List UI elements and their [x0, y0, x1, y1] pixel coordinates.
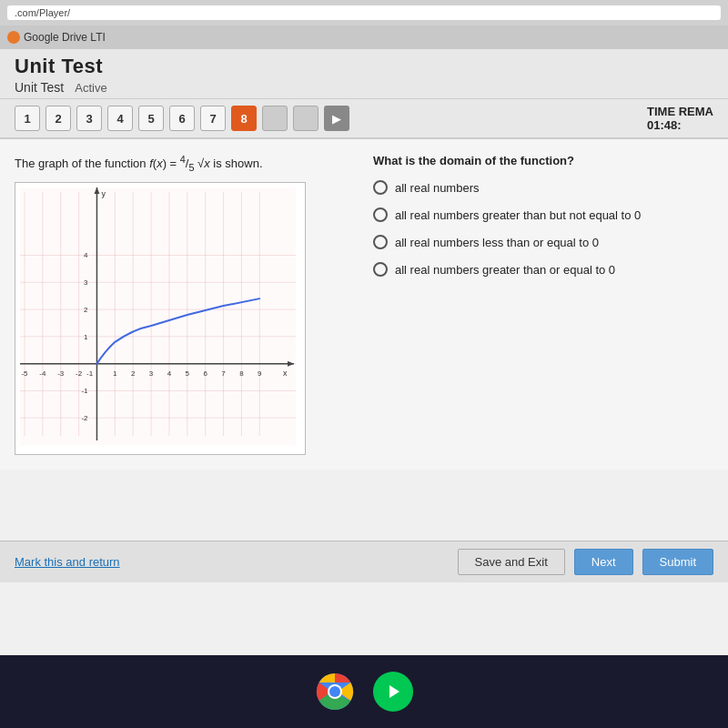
svg-text:7: 7: [221, 369, 226, 378]
time-remaining: TIME REMA 01:48:: [647, 105, 713, 132]
right-side: What is the domain of the function? all …: [373, 154, 713, 455]
function-graph: -5 -5 -4 -5 -4 -3 -2 -1: [15, 183, 305, 454]
svg-text:1: 1: [113, 369, 117, 378]
nav-pill-2[interactable]: 2: [46, 106, 71, 131]
radio-3[interactable]: [373, 235, 388, 249]
svg-text:1: 1: [84, 333, 88, 341]
tab-bar: Google Drive LTI: [0, 25, 728, 49]
question-graph-text: The graph of the function f(x) = 4/5 √x …: [15, 154, 355, 173]
system-bar: [0, 655, 728, 728]
svg-text:-2: -2: [81, 414, 88, 422]
tab-label: Google Drive LTI: [24, 31, 106, 44]
svg-text:5: 5: [186, 369, 190, 378]
mark-return-link[interactable]: Mark this and return: [15, 555, 120, 569]
bottom-bar: Mark this and return Save and Exit Next …: [0, 541, 728, 582]
svg-text:6: 6: [203, 369, 207, 378]
nav-next-arrow[interactable]: ▶: [324, 106, 349, 131]
question-area: The graph of the function f(x) = 4/5 √x …: [0, 139, 728, 470]
cast-play-icon[interactable]: [373, 672, 413, 712]
svg-text:x: x: [283, 369, 288, 378]
radio-2[interactable]: [373, 207, 388, 222]
answer-label-2: all real numbers greater than but not eq…: [395, 208, 641, 222]
browser-bar: .com/Player/: [0, 0, 728, 25]
svg-text:2: 2: [131, 369, 136, 378]
nav-pill-9[interactable]: [262, 106, 288, 131]
nav-pill-3[interactable]: 3: [76, 106, 102, 131]
status-badge: Active: [75, 81, 106, 95]
svg-text:-1: -1: [81, 387, 88, 395]
svg-text:9: 9: [258, 369, 262, 378]
nav-pill-6[interactable]: 6: [169, 106, 195, 131]
page-title: Unit Test: [15, 55, 713, 78]
main-content: Unit Test Unit Test Active 1 2 3 4 5 6 7…: [0, 49, 728, 655]
answer-option-3[interactable]: all real numbers less than or equal to 0: [373, 235, 713, 249]
tab-icon: [7, 31, 20, 44]
subtitle-row: Unit Test Active: [15, 80, 713, 95]
nav-pill-1[interactable]: 1: [15, 106, 40, 131]
nav-row: 1 2 3 4 5 6 7 8 ▶ TIME REMA 01:48:: [0, 99, 728, 139]
svg-text:y: y: [101, 189, 106, 198]
svg-point-65: [329, 686, 340, 697]
answer-option-4[interactable]: all real numbers greater than or equal t…: [373, 262, 713, 277]
browser-url: .com/Player/: [7, 5, 721, 20]
nav-pill-5[interactable]: 5: [138, 106, 164, 131]
tab-google-drive[interactable]: Google Drive LTI: [7, 31, 106, 44]
nav-pill-7[interactable]: 7: [200, 106, 226, 131]
answer-option-2[interactable]: all real numbers greater than but not eq…: [373, 207, 713, 222]
graph-container: -5 -5 -4 -5 -4 -3 -2 -1: [15, 182, 306, 455]
svg-text:-4: -4: [39, 369, 46, 378]
left-side: The graph of the function f(x) = 4/5 √x …: [15, 154, 355, 455]
nav-pill-4[interactable]: 4: [107, 106, 133, 131]
page-header: Unit Test Unit Test Active: [0, 49, 728, 99]
svg-rect-15: [20, 187, 296, 445]
svg-text:2: 2: [84, 306, 88, 314]
save-exit-button[interactable]: Save and Exit: [458, 549, 565, 575]
svg-text:-1: -1: [86, 369, 94, 378]
radio-4[interactable]: [373, 262, 388, 277]
svg-text:-3: -3: [57, 369, 65, 378]
svg-text:3: 3: [149, 369, 154, 378]
bottom-buttons: Save and Exit Next Submit: [458, 549, 713, 575]
answer-label-1: all real numbers: [395, 181, 480, 195]
answer-option-1[interactable]: all real numbers: [373, 180, 713, 195]
nav-pill-10[interactable]: [293, 106, 318, 131]
next-button[interactable]: Next: [574, 549, 633, 575]
subtitle-label: Unit Test: [15, 80, 64, 95]
submit-button[interactable]: Submit: [642, 549, 713, 575]
svg-text:3: 3: [84, 278, 88, 287]
answer-label-4: all real numbers greater than or equal t…: [395, 263, 615, 277]
svg-text:4: 4: [167, 369, 172, 378]
svg-marker-66: [389, 685, 399, 698]
radio-1[interactable]: [373, 180, 388, 195]
svg-text:-2: -2: [76, 369, 83, 378]
domain-question-text: What is the domain of the function?: [373, 154, 713, 167]
answer-label-3: all real numbers less than or equal to 0: [395, 236, 599, 249]
nav-pill-8[interactable]: 8: [231, 106, 257, 131]
svg-text:8: 8: [239, 369, 244, 378]
svg-text:-5: -5: [21, 369, 28, 378]
svg-text:4: 4: [84, 251, 88, 259]
chrome-icon[interactable]: [315, 672, 355, 712]
